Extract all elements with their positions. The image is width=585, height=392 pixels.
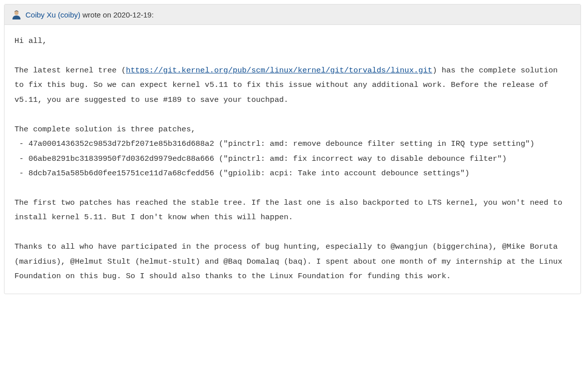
comment-container: Coiby Xu (coiby) wrote on 2020-12-19: Hi… [4,4,581,294]
author-avatar-icon [11,9,21,19]
body-paragraph-1: Hi all, [14,36,47,45]
body-paragraph-3: The complete solution is three patches, … [14,125,535,178]
svg-point-0 [14,11,18,15]
comment-header: Coiby Xu (coiby) wrote on 2020-12-19: [4,4,581,25]
wrote-on-text: wrote on [80,10,113,19]
body-paragraph-4: The first two patches has reached the st… [14,198,567,222]
comment-body: Hi all, The latest kernel tree (https://… [4,25,581,294]
comment-date: 2020-12-19 [113,10,152,19]
body-paragraph-5: Thanks to all who have participated in t… [14,242,567,281]
header-colon: : [152,10,154,19]
body-paragraph-2a: The latest kernel tree ( [14,66,126,75]
header-text: Coiby Xu (coiby) wrote on 2020-12-19: [25,10,154,19]
kernel-git-link[interactable]: https://git.kernel.org/pub/scm/linux/ker… [126,66,432,75]
author-link[interactable]: Coiby Xu (coiby) [25,10,80,19]
